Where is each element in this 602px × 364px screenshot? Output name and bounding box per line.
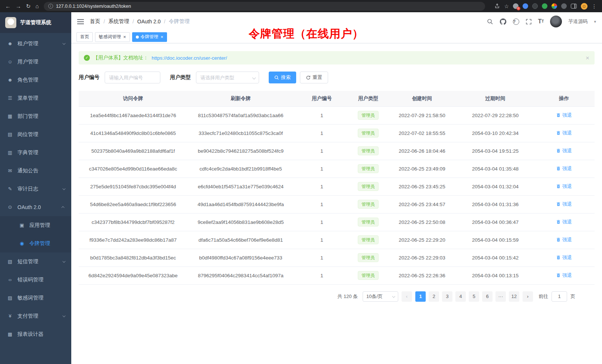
sidebar-item-tenant[interactable]: ☻ 租户管理 xyxy=(0,34,71,53)
extension-icon-4[interactable] xyxy=(542,3,547,9)
user-type-select-input[interactable] xyxy=(196,72,259,83)
home-icon[interactable]: ⌂ xyxy=(36,3,39,9)
font-size-icon[interactable]: TT xyxy=(538,19,544,24)
sidebar-item-dict[interactable]: ▥ 字典管理 xyxy=(0,143,71,162)
page-button-6[interactable]: 6 xyxy=(482,291,493,302)
force-logout-button[interactable]: 强退 xyxy=(556,130,572,136)
page-size-select[interactable]: 10条/页 xyxy=(363,291,398,302)
cell-user-id: 1 xyxy=(294,124,350,142)
sidebar-item-pay[interactable]: ¥ 支付管理 xyxy=(0,307,71,325)
cell-access-token: f9336e7c7dd242a283ee98dc86b17a87 xyxy=(79,231,187,249)
user-type-select[interactable] xyxy=(196,72,259,83)
sidebar-item-audit-log[interactable]: ✎ 审计日志 xyxy=(0,180,71,198)
github-icon[interactable] xyxy=(500,18,507,25)
alert-close-icon[interactable]: × xyxy=(586,55,589,61)
report-icon: ▩ xyxy=(7,331,13,337)
sidebar-item-sms[interactable]: ▧ 短信管理 xyxy=(0,252,71,271)
force-logout-button[interactable]: 强退 xyxy=(556,254,572,261)
breadcrumb-item[interactable]: 系统管理 xyxy=(108,18,129,25)
extension-icon-2[interactable] xyxy=(523,3,528,9)
next-page-button[interactable]: › xyxy=(523,291,533,302)
app-logo[interactable]: 芋道管理系统 xyxy=(0,12,71,33)
force-logout-button[interactable]: 强退 xyxy=(556,112,572,119)
refresh-icon xyxy=(306,75,311,80)
tab-home[interactable]: 首页 xyxy=(76,32,93,42)
cell-user-id: 1 xyxy=(294,267,350,284)
extension-icon-1[interactable]: 0 xyxy=(513,3,518,9)
page-button-1[interactable]: 1 xyxy=(415,291,426,302)
sidebar-item-user[interactable]: ☺ 用户管理 xyxy=(0,53,71,71)
prev-page-button[interactable]: ‹ xyxy=(402,291,412,302)
user-id-input[interactable] xyxy=(105,72,160,83)
force-logout-button[interactable]: 强退 xyxy=(556,219,572,225)
side-panel-icon[interactable] xyxy=(571,4,577,9)
back-icon[interactable]: ← xyxy=(5,3,11,9)
force-logout-button[interactable]: 强退 xyxy=(556,272,572,279)
breadcrumb-item[interactable]: 首页 xyxy=(90,18,100,25)
reset-button[interactable]: 重置 xyxy=(300,72,328,83)
sidebar-item-dept[interactable]: ▦ 部门管理 xyxy=(0,107,71,125)
force-logout-button[interactable]: 强退 xyxy=(556,236,572,243)
menu-item-label: 菜单管理 xyxy=(17,95,65,102)
page-button-5[interactable]: 5 xyxy=(469,291,479,302)
doc-link[interactable]: https://doc.iocoder.cn/user-center/ xyxy=(152,55,227,61)
delete-icon xyxy=(556,202,561,206)
sidebar-item-sensitive-word[interactable]: ▨ 敏感词管理 xyxy=(0,289,71,307)
extension-icon-5[interactable] xyxy=(561,3,567,9)
sidebar-item-oauth2-token[interactable]: ◉ 令牌管理 xyxy=(0,234,71,252)
browser-profile-avatar[interactable]: ☺ xyxy=(581,3,588,10)
sidebar-item-report-designer[interactable]: ▩ 报表设计器 xyxy=(0,325,71,343)
extension-icon-3[interactable] xyxy=(532,3,538,9)
extensions-puzzle-icon[interactable] xyxy=(552,3,557,9)
chevron-down-icon xyxy=(62,187,65,190)
pagination-ellipsis[interactable]: ··· xyxy=(495,291,506,302)
sidebar-toggle-icon[interactable] xyxy=(77,19,84,24)
tab-close-icon[interactable]: × xyxy=(161,34,164,39)
browser-menu-icon[interactable]: ⋮ xyxy=(592,4,597,9)
user-type-tag: 管理员 xyxy=(358,111,379,120)
delete-icon xyxy=(556,184,561,189)
search-icon[interactable] xyxy=(487,19,493,25)
bookmark-star-icon[interactable]: ☆ xyxy=(504,4,509,9)
sidebar-item-notice[interactable]: ✉ 通知公告 xyxy=(0,162,71,180)
breadcrumb-item[interactable]: OAuth 2.0 xyxy=(137,19,161,24)
sidebar-item-role[interactable]: ☻ 角色管理 xyxy=(0,71,71,89)
reload-icon[interactable]: ↻ xyxy=(26,3,31,9)
tab-close-icon[interactable]: × xyxy=(123,34,126,39)
share-icon[interactable] xyxy=(494,3,500,10)
chevron-down-icon xyxy=(62,42,65,44)
table-row: 502375b8040a469a9b82188afdf6af1f be90422… xyxy=(79,142,595,160)
page-button-12[interactable]: 12 xyxy=(509,291,519,302)
sidebar-item-oauth2[interactable]: ⊙ OAuth 2.0 xyxy=(0,198,71,216)
dropdown-caret-icon[interactable]: ▾ xyxy=(594,19,596,24)
tab-token[interactable]: 令牌管理 × xyxy=(132,32,167,42)
sidebar-item-menu[interactable]: ☰ 菜单管理 xyxy=(0,89,71,107)
force-logout-button[interactable]: 强退 xyxy=(556,201,572,208)
force-logout-button[interactable]: 强退 xyxy=(556,183,572,190)
force-logout-button[interactable]: 强退 xyxy=(556,165,572,172)
column-header: 刷新令牌 xyxy=(187,91,294,106)
user-name[interactable]: 芋道源码 xyxy=(568,18,588,25)
url-bar[interactable]: i 127.0.0.1:1024/system/oauth2/token xyxy=(44,2,485,11)
column-header: 过期时间 xyxy=(457,91,533,106)
page-button-2[interactable]: 2 xyxy=(429,291,439,302)
goto-page-input[interactable] xyxy=(552,291,567,302)
help-icon[interactable]: ? xyxy=(513,19,519,25)
search-button[interactable]: 搜索 xyxy=(269,72,296,83)
sms-icon: ▧ xyxy=(7,259,13,264)
sidebar-item-error-code[interactable]: ‹› 错误码管理 xyxy=(0,271,71,289)
page-button-3[interactable]: 3 xyxy=(442,291,452,302)
cell-access-token: c347026e805e4d99b0d116eae66eda8c xyxy=(79,160,187,178)
cell-actions: 强退 xyxy=(533,249,595,267)
menu-item-label: 用户管理 xyxy=(17,59,65,65)
cell-expire-time: 2054-03-04 19:51:25 xyxy=(457,142,533,160)
force-logout-button[interactable]: 强退 xyxy=(556,148,572,154)
forward-icon[interactable]: → xyxy=(16,3,21,9)
tab-sensitive-words[interactable]: 敏感词管理 × xyxy=(95,32,130,42)
sidebar-item-oauth2-app[interactable]: ▣ 应用管理 xyxy=(0,216,71,234)
fullscreen-icon[interactable] xyxy=(526,19,532,25)
site-info-icon[interactable]: i xyxy=(48,4,53,9)
page-button-4[interactable]: 4 xyxy=(455,291,466,302)
user-avatar[interactable] xyxy=(550,16,562,27)
sidebar-item-post[interactable]: ▤ 岗位管理 xyxy=(0,125,71,143)
